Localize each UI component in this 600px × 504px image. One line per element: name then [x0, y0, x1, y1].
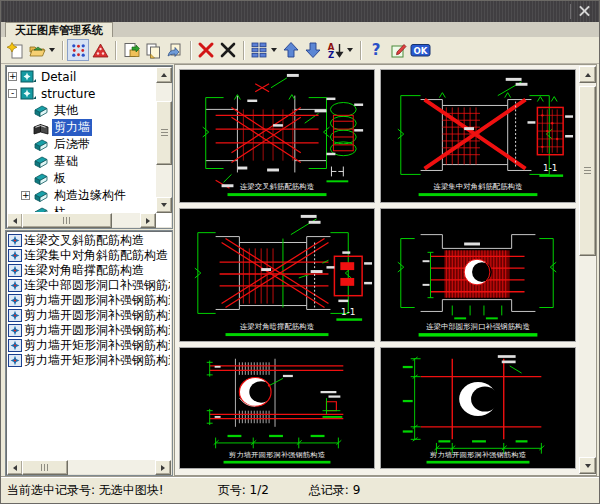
library-icon: [20, 87, 36, 101]
delete-red-x-glyph: [197, 41, 215, 59]
list-item[interactable]: 连梁集中对角斜筋配筋构造: [8, 248, 170, 263]
list-item-label: 剪力墙开圆形洞补强钢筋构造: [24, 308, 170, 323]
svg-text:连梁对角暗撑配筋构造: 连梁对角暗撑配筋构造: [240, 322, 314, 331]
list-item[interactable]: 连梁中部圆形洞口补强钢筋构造: [8, 278, 170, 293]
block-icon: [8, 309, 22, 322]
status-page-number: 页号: 1/2: [218, 482, 269, 499]
tree-item-structure[interactable]: - structure: [8, 85, 155, 102]
help-glyph: ?: [367, 41, 385, 59]
tree-horizontal-scrollbar[interactable]: [7, 213, 156, 227]
list-item-label: 剪力墙开矩形洞补强钢筋构造: [24, 353, 170, 368]
import-block-icon[interactable]: [120, 39, 142, 61]
tree-item-qita[interactable]: 其他: [8, 102, 155, 119]
thumbnail-lianliang-jiaocha[interactable]: 连梁交叉斜筋配筋构造: [179, 69, 375, 203]
layout-grid-icon[interactable]: [248, 39, 270, 61]
tree-item-label: 其他: [52, 102, 80, 119]
scroll-down-icon[interactable]: [579, 457, 596, 474]
close-icon[interactable]: [574, 4, 594, 19]
tree-item-zhu[interactable]: 柱: [8, 204, 155, 212]
scroll-up-icon[interactable]: [579, 66, 596, 83]
tree-vertical-scrollbar[interactable]: [156, 67, 171, 213]
delete-red-x-icon[interactable]: [195, 39, 217, 61]
open-library-icon[interactable]: [26, 39, 48, 61]
library-manager-window: 天正图库管理系统: [0, 0, 600, 504]
rename-icon[interactable]: [387, 39, 409, 61]
list-item[interactable]: 连梁对角暗撑配筋构造: [8, 263, 170, 278]
copy-block-icon[interactable]: [142, 39, 164, 61]
scroll-right-icon[interactable]: [155, 460, 171, 475]
tree-item-label: 构造边缘构件: [52, 187, 128, 204]
thumbnail-jianliqiang-yuanxingdong-2[interactable]: 剪力墙开圆形洞补强钢筋构造: [380, 347, 576, 469]
book-icon: [33, 172, 49, 186]
list-item[interactable]: 剪力墙开圆形洞补强钢筋构造: [8, 308, 170, 323]
scroll-left-icon[interactable]: [7, 213, 23, 228]
titlebar-divider: [570, 4, 571, 19]
svg-text:连梁集中对角斜筋配筋构造: 连梁集中对角斜筋配筋构造: [434, 182, 523, 191]
block-icon: [8, 234, 22, 247]
cad-drawing: 剪力墙开圆形洞补强钢筋构造: [180, 348, 374, 468]
move-up-icon[interactable]: [280, 39, 302, 61]
open-dropdown-caret-icon[interactable]: [49, 48, 55, 52]
list-item[interactable]: 剪力墙开圆形洞补强钢筋构造: [8, 293, 170, 308]
list-item-label: 剪力墙开圆形洞补强钢筋构造: [24, 323, 170, 338]
pyramid-view-icon[interactable]: [89, 39, 111, 61]
thumbnail-lianliang-anchen[interactable]: 1-1 连梁对角暗撑配筋构造: [179, 208, 375, 342]
scroll-down-icon[interactable]: [156, 197, 172, 213]
thumbnail-jianliqiang-yuanxingdong-1[interactable]: 剪力墙开圆形洞补强钢筋构造: [179, 347, 375, 469]
canvas-scrollbar-thumb[interactable]: [579, 86, 596, 256]
export-block-icon[interactable]: [164, 39, 186, 61]
tree-item-label: Detail: [39, 70, 78, 84]
toolbar-separator: [243, 41, 244, 60]
tree-hscrollbar-thumb[interactable]: [22, 213, 112, 228]
move-down-icon[interactable]: [302, 39, 324, 61]
svg-text:连梁交叉斜筋配筋构造: 连梁交叉斜筋配筋构造: [240, 182, 314, 191]
book-icon: [33, 138, 49, 152]
scroll-up-icon[interactable]: [156, 67, 172, 83]
list-item[interactable]: 剪力墙开圆形洞补强钢筋构造: [8, 323, 170, 338]
ok-icon[interactable]: OK: [409, 39, 431, 61]
tree-item-gouzaobianyuan[interactable]: + 构造边缘构件: [8, 187, 155, 204]
new-library-icon[interactable]: [4, 39, 26, 61]
cad-drawing: 1-1 连梁集中对角斜筋配筋构造: [381, 70, 575, 202]
tree-item-label: 柱: [52, 204, 68, 212]
block-icon: [8, 324, 22, 337]
tree-scrollbar-thumb[interactable]: [156, 101, 172, 165]
tree-item-jichu[interactable]: 基础: [8, 153, 155, 170]
scroll-left-icon[interactable]: [7, 460, 23, 475]
cad-drawing: 连梁交叉斜筋配筋构造: [180, 70, 374, 202]
move-up-glyph: [282, 41, 300, 59]
list-item-label: 连梁交叉斜筋配筋构造: [24, 233, 144, 248]
tree-item-jianliqiang[interactable]: 剪力墙: [8, 119, 155, 136]
tab-library-manager[interactable]: 天正图库管理系统: [5, 22, 113, 38]
book-icon: [33, 104, 49, 118]
block-icon: [8, 264, 22, 277]
list-item[interactable]: 连梁交叉斜筋配筋构造: [8, 233, 170, 248]
list-item[interactable]: 剪力墙开矩形洞补强钢筋构造: [8, 338, 170, 353]
list-item[interactable]: 剪力墙开矩形洞补强钢筋构造: [8, 353, 170, 368]
tree-item-ban[interactable]: 板: [8, 170, 155, 187]
sort-dropdown-caret-icon[interactable]: [347, 48, 353, 52]
layout-dropdown-caret-icon[interactable]: [271, 48, 277, 52]
help-icon[interactable]: ?: [365, 39, 387, 61]
svg-text:OK: OK: [413, 46, 427, 56]
expand-plus-icon[interactable]: +: [8, 72, 17, 81]
list-hscrollbar-thumb[interactable]: [22, 460, 68, 475]
delete-black-x-icon[interactable]: [217, 39, 239, 61]
tree-item-detail[interactable]: + Detail: [8, 68, 155, 85]
svg-text:1-1: 1-1: [543, 163, 558, 173]
thumbnail-lianliang-jizhong[interactable]: 1-1 连梁集中对角斜筋配筋构造: [380, 69, 576, 203]
block-icon: [8, 294, 22, 307]
book-icon: [33, 206, 49, 213]
import-block-glyph: [122, 41, 141, 60]
scroll-right-icon[interactable]: [140, 213, 156, 228]
expand-plus-icon[interactable]: +: [21, 191, 30, 200]
list-item-label: 连梁中部圆形洞口补强钢筋构造: [24, 278, 170, 293]
thumbnail-view-icon[interactable]: [67, 39, 89, 61]
sort-az-icon[interactable]: A Z: [324, 39, 346, 61]
list-horizontal-scrollbar[interactable]: [7, 460, 171, 474]
thumbnail-lianliang-yuanxingdongkou[interactable]: 连梁中部圆形洞口补强钢筋构造: [380, 208, 576, 342]
block-icon: [8, 354, 22, 367]
canvas-vertical-scrollbar[interactable]: [579, 66, 595, 474]
tree-item-houjiaodai[interactable]: 后浇带: [8, 136, 155, 153]
expand-minus-icon[interactable]: -: [8, 89, 17, 98]
